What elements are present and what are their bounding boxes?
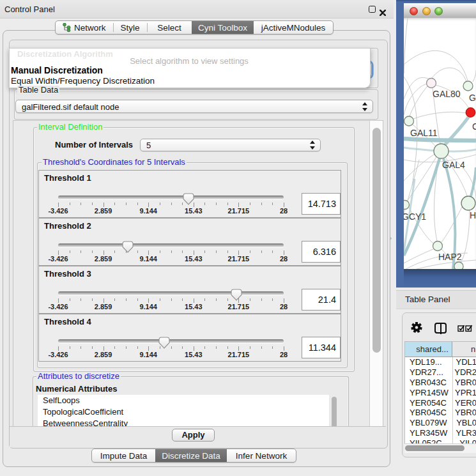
- svg-text:GCY1: GCY1: [404, 211, 426, 222]
- svg-text:GAL4: GAL4: [442, 160, 465, 170]
- svg-text:HAP2: HAP2: [438, 252, 462, 262]
- svg-text:GAL11: GAL11: [410, 128, 438, 138]
- svg-text:H: H: [470, 210, 476, 220]
- svg-text:C: C: [472, 121, 476, 132]
- svg-text:GAL80: GAL80: [433, 89, 461, 99]
- svg-text:G.: G.: [469, 93, 476, 103]
